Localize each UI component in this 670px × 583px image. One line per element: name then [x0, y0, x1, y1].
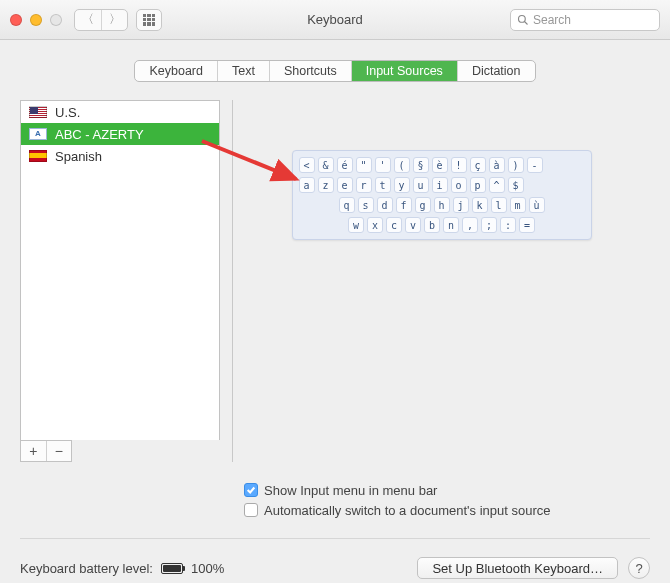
auto-switch-option[interactable]: Automatically switch to a document's inp…: [244, 500, 670, 520]
key: §: [413, 157, 429, 173]
show-input-menu-option[interactable]: Show Input menu in menu bar: [244, 480, 670, 500]
key: u: [413, 177, 429, 193]
input-sources-list[interactable]: U.S. A ABC - AZERTY Spanish: [20, 100, 220, 440]
search-placeholder: Search: [533, 13, 571, 27]
key: e: [337, 177, 353, 193]
key: y: [394, 177, 410, 193]
tab-text[interactable]: Text: [217, 61, 269, 81]
key: n: [443, 217, 459, 233]
nav-back-button[interactable]: 〈: [75, 10, 101, 30]
battery-percentage: 100%: [191, 561, 224, 576]
svg-point-0: [519, 15, 526, 22]
input-sources-column: U.S. A ABC - AZERTY Spanish + −: [20, 100, 220, 462]
tab-input-sources[interactable]: Input Sources: [351, 61, 457, 81]
divider: [20, 538, 650, 539]
input-source-label: ABC - AZERTY: [55, 127, 144, 142]
content-area: U.S. A ABC - AZERTY Spanish + − <&é"'(§è…: [0, 82, 670, 472]
key: ,: [462, 217, 478, 233]
show-all-prefs-button[interactable]: [136, 9, 162, 31]
input-source-row-spanish[interactable]: Spanish: [21, 145, 219, 167]
key: g: [415, 197, 431, 213]
key: k: [472, 197, 488, 213]
key: (: [394, 157, 410, 173]
input-source-label: U.S.: [55, 105, 80, 120]
key: ^: [489, 177, 505, 193]
key: h: [434, 197, 450, 213]
key: ): [508, 157, 524, 173]
key: b: [424, 217, 440, 233]
footer: Keyboard battery level: 100% Set Up Blue…: [0, 543, 670, 579]
key: ù: [529, 197, 545, 213]
tab-bar: Keyboard Text Shortcuts Input Sources Di…: [0, 60, 670, 82]
key: a: [299, 177, 315, 193]
window-controls: [10, 14, 62, 26]
option-label: Show Input menu in menu bar: [264, 483, 437, 498]
key: q: [339, 197, 355, 213]
key: w: [348, 217, 364, 233]
tab-keyboard[interactable]: Keyboard: [135, 61, 217, 81]
key: &: [318, 157, 334, 173]
nav-back-forward: 〈 〉: [74, 9, 128, 31]
add-source-button[interactable]: +: [21, 441, 46, 461]
key: à: [489, 157, 505, 173]
key: r: [356, 177, 372, 193]
key: ç: [470, 157, 486, 173]
key: ": [356, 157, 372, 173]
key: l: [491, 197, 507, 213]
key: f: [396, 197, 412, 213]
keyboard-row: wxcvbn,;:=: [299, 217, 585, 233]
help-button[interactable]: ?: [628, 557, 650, 579]
spain-flag-icon: [29, 150, 47, 162]
keyboard-row: <&é"'(§è!çà)-: [299, 157, 585, 173]
remove-source-button[interactable]: −: [46, 441, 72, 461]
us-flag-icon: [29, 106, 47, 118]
checkbox-icon: [244, 483, 258, 497]
setup-bluetooth-keyboard-button[interactable]: Set Up Bluetooth Keyboard…: [417, 557, 618, 579]
add-remove-segmented: + −: [20, 440, 72, 462]
close-window-button[interactable]: [10, 14, 22, 26]
keyboard-row: qsdfghjklmù: [299, 197, 585, 213]
key: =: [519, 217, 535, 233]
key: p: [470, 177, 486, 193]
key: ': [375, 157, 391, 173]
key: z: [318, 177, 334, 193]
key: o: [451, 177, 467, 193]
options-group: Show Input menu in menu bar Automaticall…: [0, 472, 670, 534]
key: v: [405, 217, 421, 233]
keyboard-preview: <&é"'(§è!çà)-azertyuiop^$qsdfghjklmùwxcv…: [292, 150, 592, 240]
keyboard-preview-pane: <&é"'(§è!çà)-azertyuiop^$qsdfghjklmùwxcv…: [232, 100, 650, 462]
grid-icon: [143, 14, 155, 26]
key: j: [453, 197, 469, 213]
key: :: [500, 217, 516, 233]
checkbox-icon: [244, 503, 258, 517]
search-icon: [517, 14, 529, 26]
key: d: [377, 197, 393, 213]
tab-shortcuts[interactable]: Shortcuts: [269, 61, 351, 81]
window-titlebar: 〈 〉 Keyboard Search: [0, 0, 670, 40]
input-source-row-us[interactable]: U.S.: [21, 101, 219, 123]
key: t: [375, 177, 391, 193]
input-source-row-abc-azerty[interactable]: A ABC - AZERTY: [21, 123, 219, 145]
key: x: [367, 217, 383, 233]
search-field[interactable]: Search: [510, 9, 660, 31]
battery-icon: [161, 563, 183, 574]
nav-forward-button[interactable]: 〉: [101, 10, 127, 30]
key: -: [527, 157, 543, 173]
key: s: [358, 197, 374, 213]
battery-label: Keyboard battery level:: [20, 561, 153, 576]
keyboard-row: azertyuiop^$: [299, 177, 585, 193]
key: $: [508, 177, 524, 193]
key: i: [432, 177, 448, 193]
key: é: [337, 157, 353, 173]
maximize-window-button[interactable]: [50, 14, 62, 26]
key: <: [299, 157, 315, 173]
key: !: [451, 157, 467, 173]
key: m: [510, 197, 526, 213]
tab-dictation[interactable]: Dictation: [457, 61, 535, 81]
minimize-window-button[interactable]: [30, 14, 42, 26]
input-source-label: Spanish: [55, 149, 102, 164]
key: ;: [481, 217, 497, 233]
abc-badge-icon: A: [29, 128, 47, 140]
option-label: Automatically switch to a document's inp…: [264, 503, 550, 518]
key: c: [386, 217, 402, 233]
